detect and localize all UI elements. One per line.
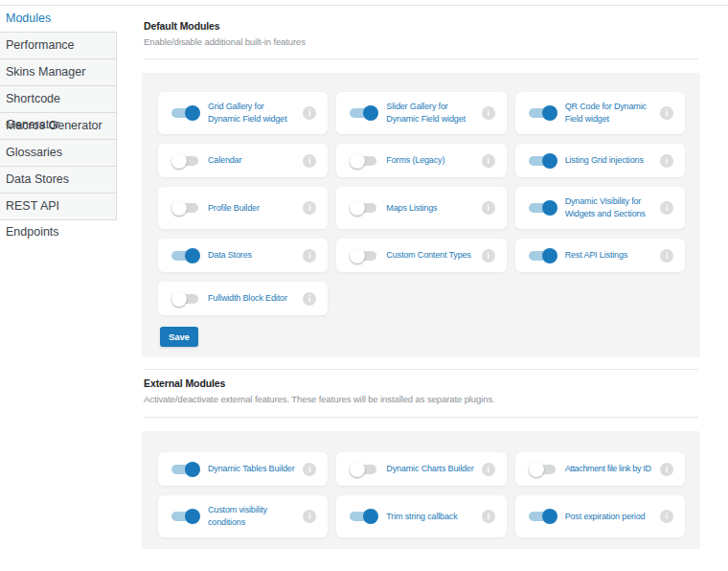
module-label: Calendar <box>208 154 297 167</box>
module-toggle[interactable] <box>350 153 378 169</box>
module-label: QR Code for Dynamic Field widget <box>565 101 654 126</box>
info-icon[interactable]: i <box>660 463 673 476</box>
module-label: Grid Gallery for Dynamic Field widget <box>208 101 297 126</box>
info-icon[interactable]: i <box>303 249 316 263</box>
module-card: Custom Content Types i <box>336 239 506 272</box>
default-modules-panel: Grid Gallery for Dynamic Field widget i … <box>142 73 700 357</box>
divider <box>144 369 698 370</box>
section-title: Default Modules <box>144 20 306 32</box>
info-icon[interactable]: i <box>660 106 673 120</box>
module-toggle[interactable] <box>350 462 378 477</box>
section-title: External Modules <box>144 377 495 389</box>
external-modules-panel: Dynamic Tables Builder i Dynamic Charts … <box>142 431 700 549</box>
info-icon[interactable]: i <box>482 249 495 263</box>
info-icon[interactable]: i <box>660 249 673 263</box>
info-icon[interactable]: i <box>303 292 316 306</box>
module-label: Dynamic Visibility for Widgets and Secti… <box>565 195 654 220</box>
module-toggle[interactable] <box>529 462 557 477</box>
divider <box>144 58 698 59</box>
module-card: Custom visibility conditions i <box>158 495 328 537</box>
info-icon[interactable]: i <box>660 154 673 168</box>
module-label: Attachment file link by ID <box>565 463 654 475</box>
module-label: Dynamic Tables Builder <box>208 463 297 475</box>
module-card: Dynamic Tables Builder i <box>158 452 328 486</box>
module-label: Fullwidth Block Editor <box>208 292 297 305</box>
module-toggle[interactable] <box>171 291 200 307</box>
module-label: Rest API Listings <box>565 249 654 262</box>
module-toggle[interactable] <box>350 509 378 524</box>
module-label: Trim string callback <box>386 511 475 523</box>
info-icon[interactable]: i <box>482 106 495 120</box>
module-toggle[interactable] <box>529 200 557 216</box>
module-toggle[interactable] <box>350 248 378 263</box>
module-toggle[interactable] <box>171 153 200 169</box>
module-toggle[interactable] <box>350 105 378 121</box>
module-label: Post expiration period <box>565 511 654 523</box>
sidebar-item-shortcode-generator[interactable]: Shortcode Generator <box>0 86 117 113</box>
module-toggle[interactable] <box>529 105 557 121</box>
info-icon[interactable]: i <box>660 201 673 215</box>
section-description: Activate/deactivate external features. T… <box>144 394 495 404</box>
settings-page: Modules Performance Skins Manager Shortc… <box>0 0 728 571</box>
module-card: Maps Listings i <box>336 187 506 229</box>
info-icon[interactable]: i <box>482 201 495 215</box>
module-label: Listing Grid injections <box>565 154 654 167</box>
module-card: Rest API Listings i <box>515 239 685 272</box>
external-modules-header: External Modules Activate/deactivate ext… <box>144 377 495 404</box>
info-icon[interactable]: i <box>482 154 495 168</box>
info-icon[interactable]: i <box>303 201 316 215</box>
sidebar-item-rest-api-endpoints[interactable]: REST API Endpoints <box>0 194 117 220</box>
sidebar-item-data-stores[interactable]: Data Stores <box>0 167 117 194</box>
module-toggle[interactable] <box>529 509 557 524</box>
module-card: Profile Builder i <box>158 187 328 229</box>
info-icon[interactable]: i <box>303 154 316 168</box>
module-label: Data Stores <box>208 249 297 262</box>
module-toggle[interactable] <box>171 200 200 216</box>
module-card: Slider Gallery for Dynamic Field widget … <box>336 92 506 134</box>
info-icon[interactable]: i <box>482 510 495 523</box>
module-card: Attachment file link by ID i <box>515 452 685 486</box>
module-toggle[interactable] <box>171 248 200 263</box>
info-icon[interactable]: i <box>303 463 316 476</box>
module-label: Slider Gallery for Dynamic Field widget <box>386 101 475 126</box>
module-toggle[interactable] <box>529 248 557 263</box>
module-toggle[interactable] <box>171 105 200 121</box>
module-card: Dynamic Charts Builder i <box>336 452 506 486</box>
info-icon[interactable]: i <box>660 510 673 523</box>
module-toggle[interactable] <box>171 509 200 524</box>
module-label: Maps Listings <box>386 202 475 215</box>
module-card: Listing Grid injections i <box>515 144 685 177</box>
module-label: Custom Content Types <box>386 249 475 262</box>
module-label: Forms (Legacy) <box>386 154 475 167</box>
settings-sidebar: Modules Performance Skins Manager Shortc… <box>0 6 117 220</box>
default-modules-header: Default Modules Enable/disable additiona… <box>144 20 306 47</box>
sidebar-item-macros-generator[interactable]: Macros Generator <box>0 113 117 140</box>
module-toggle[interactable] <box>350 200 378 216</box>
sidebar-item-performance[interactable]: Performance <box>0 33 117 59</box>
module-card: Fullwidth Block Editor i <box>158 282 328 315</box>
info-icon[interactable]: i <box>482 463 495 476</box>
module-card: Forms (Legacy) i <box>336 144 506 177</box>
save-button[interactable]: Save <box>160 327 198 347</box>
section-description: Enable/disable additional built-in featu… <box>144 36 306 47</box>
default-modules-grid: Grid Gallery for Dynamic Field widget i … <box>158 92 685 315</box>
sidebar-item-skins-manager[interactable]: Skins Manager <box>0 59 117 86</box>
module-card: Grid Gallery for Dynamic Field widget i <box>158 92 328 134</box>
module-card: Dynamic Visibility for Widgets and Secti… <box>515 187 685 229</box>
module-label: Custom visibility conditions <box>208 504 297 529</box>
module-toggle[interactable] <box>529 153 557 169</box>
info-icon[interactable]: i <box>303 510 316 523</box>
module-card: Data Stores i <box>158 239 328 272</box>
info-icon[interactable]: i <box>303 106 316 120</box>
module-label: Profile Builder <box>208 202 297 215</box>
module-label: Dynamic Charts Builder <box>386 463 475 475</box>
divider <box>144 417 698 418</box>
module-card: Calendar i <box>158 144 328 177</box>
module-card: QR Code for Dynamic Field widget i <box>515 92 685 134</box>
module-card: Post expiration period i <box>515 495 685 537</box>
module-toggle[interactable] <box>171 462 200 477</box>
sidebar-item-modules[interactable]: Modules <box>0 6 117 33</box>
sidebar-item-glossaries[interactable]: Glossaries <box>0 140 117 167</box>
module-card: Trim string callback i <box>336 495 506 537</box>
external-modules-grid: Dynamic Tables Builder i Dynamic Charts … <box>158 452 685 537</box>
